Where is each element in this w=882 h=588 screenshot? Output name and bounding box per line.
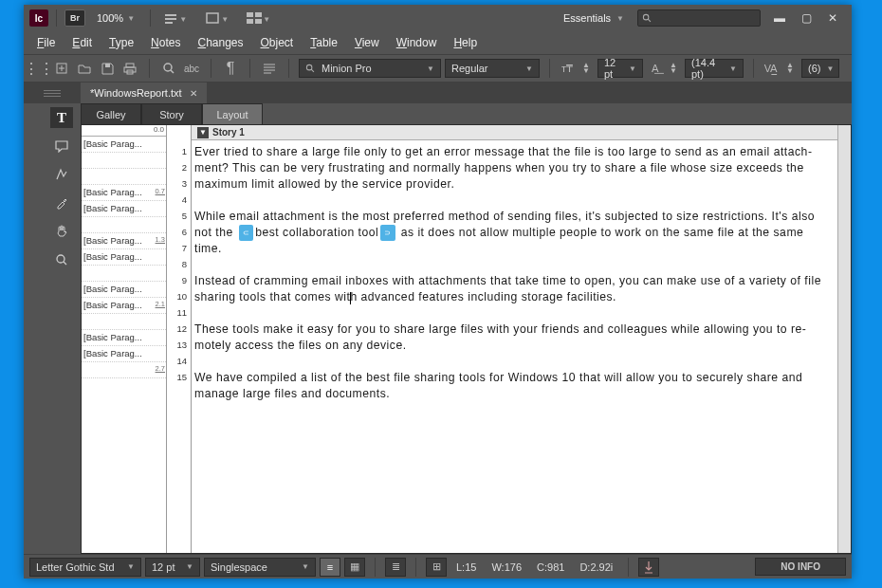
menu-window[interactable]: Window xyxy=(389,33,445,52)
story-dropdown-icon[interactable]: ▼ xyxy=(197,127,209,138)
menu-notes[interactable]: Notes xyxy=(143,33,188,52)
view-tabs: GalleyStoryLayout xyxy=(81,103,852,124)
galley-toggle[interactable]: ≡ xyxy=(320,558,340,577)
tracking-combo[interactable]: (6)▼ xyxy=(801,59,839,78)
eyedropper-tool[interactable] xyxy=(50,193,73,213)
svg-rect-5 xyxy=(255,12,262,17)
document-area: 0.0[Basic Parag...[Basic Parag...0.7[Bas… xyxy=(81,124,852,554)
story-line[interactable] xyxy=(194,354,832,370)
svg-line-24 xyxy=(311,69,314,72)
zoom-level[interactable]: 100% ▼ xyxy=(91,10,140,26)
story-line[interactable] xyxy=(194,257,832,273)
panel-collapse-grip[interactable] xyxy=(24,83,81,103)
minimize-button[interactable]: ▬ xyxy=(766,8,793,28)
style-gutter-row: [Basic Parag... xyxy=(82,346,166,362)
style-gutter-row xyxy=(82,314,166,330)
story-line[interactable]: These tools make it easy for you to shar… xyxy=(194,322,832,338)
new-icon[interactable] xyxy=(52,59,71,78)
menu-view[interactable]: View xyxy=(347,33,387,52)
copyfit-icon[interactable] xyxy=(638,558,659,577)
svg-point-25 xyxy=(57,255,64,263)
line-number: 9 xyxy=(167,275,191,291)
svg-rect-7 xyxy=(255,19,262,24)
story-line[interactable] xyxy=(194,305,832,322)
stepper-up-down[interactable]: ▲▼ xyxy=(666,61,681,76)
align-toggle[interactable]: ≣ xyxy=(385,558,406,577)
story-line[interactable]: maximum limit allowed by the service pro… xyxy=(194,176,832,193)
units-toggle[interactable]: ⊞ xyxy=(426,558,447,577)
spellcheck-icon[interactable]: abc xyxy=(182,59,201,78)
status-size-combo[interactable]: 12 pt▼ xyxy=(145,558,200,577)
story-line[interactable]: motely access the files on any device. xyxy=(194,338,832,354)
view-tab-layout[interactable]: Layout xyxy=(202,103,263,124)
svg-rect-3 xyxy=(207,13,218,23)
hand-tool[interactable] xyxy=(50,221,73,242)
line-number: 13 xyxy=(167,340,191,356)
menu-changes[interactable]: Changes xyxy=(190,33,250,52)
screen-mode-icon[interactable]: ▼ xyxy=(202,8,223,28)
svg-line-18 xyxy=(171,70,174,73)
stepper-up-down[interactable]: ▲▼ xyxy=(782,61,798,76)
zoom-tool[interactable] xyxy=(50,249,73,270)
story-header[interactable]: ▼ Story 1 xyxy=(192,125,837,140)
status-depth: D:2.92i xyxy=(574,561,618,573)
leading-combo[interactable]: (14.4 pt)▼ xyxy=(685,59,744,78)
workspace-switcher[interactable]: Essentials ▼ xyxy=(556,12,632,24)
close-tab-icon[interactable]: ✕ xyxy=(190,88,197,99)
document-tab[interactable]: *WindowsReport.txt ✕ xyxy=(81,83,207,103)
story-editor[interactable]: ▼ Story 1 Ever tried to share a large fi… xyxy=(192,125,837,553)
menu-help[interactable]: Help xyxy=(446,33,485,52)
menu-edit[interactable]: Edit xyxy=(64,33,100,52)
menu-type[interactable]: Type xyxy=(101,33,141,52)
find-icon[interactable] xyxy=(159,59,178,78)
save-icon[interactable] xyxy=(98,59,117,78)
type-tool[interactable]: T xyxy=(50,107,73,128)
svg-rect-14 xyxy=(126,64,134,67)
style-gutter-row: [Basic Parag...2.1 xyxy=(82,298,166,314)
vertical-scrollbar[interactable] xyxy=(837,125,851,553)
hyperlink-open-marker[interactable]: ⊂ xyxy=(239,225,254,241)
story-line[interactable]: manage large files and documents. xyxy=(194,386,832,402)
bridge-icon[interactable]: Br xyxy=(64,9,85,27)
close-button[interactable]: ✕ xyxy=(819,8,846,28)
menu-object[interactable]: Object xyxy=(253,33,302,52)
status-font-combo[interactable]: Letter Gothic Std▼ xyxy=(29,558,141,577)
open-icon[interactable] xyxy=(75,59,94,78)
story-line[interactable]: Instead of cramming email inboxes with a… xyxy=(194,273,832,289)
view-tab-story[interactable]: Story xyxy=(141,103,202,124)
menu-table[interactable]: Table xyxy=(303,33,345,52)
view-options-icon[interactable]: ▼ xyxy=(160,8,181,28)
justify-icon[interactable] xyxy=(260,59,279,78)
font-size-combo[interactable]: 12 pt▼ xyxy=(597,59,643,78)
font-style-combo[interactable]: Regular▼ xyxy=(445,59,540,78)
stepper-up-down[interactable]: ▲▼ xyxy=(579,61,594,76)
story-body[interactable]: Ever tried to share a large file only to… xyxy=(192,140,837,402)
help-search[interactable] xyxy=(637,9,761,27)
status-bar: Letter Gothic Std▼ 12 pt▼ Singlespace▼ ≡… xyxy=(24,554,852,579)
position-tool[interactable] xyxy=(50,164,73,185)
story-line[interactable]: Ever tried to share a large file only to… xyxy=(194,144,832,160)
story-line[interactable]: not the ⊂best collaboration tool⊃ as it … xyxy=(194,225,832,257)
font-family-combo[interactable]: Minion Pro▼ xyxy=(299,59,441,78)
hyperlink-close-marker[interactable]: ⊃ xyxy=(380,225,395,241)
menu-file[interactable]: File xyxy=(29,33,63,52)
arrange-icon[interactable]: ▼ xyxy=(244,8,265,28)
status-char: C:981 xyxy=(531,561,570,573)
print-icon[interactable] xyxy=(120,59,139,78)
story-line[interactable]: ment? This can be very frustrating and n… xyxy=(194,160,832,176)
note-tool[interactable] xyxy=(50,136,73,156)
search-icon xyxy=(642,13,652,24)
search-icon xyxy=(305,64,316,74)
style-gutter-row xyxy=(82,153,166,169)
story-line[interactable] xyxy=(194,193,832,209)
layout-toggle[interactable]: ▦ xyxy=(344,558,365,577)
maximize-button[interactable]: ▢ xyxy=(793,8,819,28)
paragraph-icon[interactable]: ¶ xyxy=(221,59,240,78)
view-tab-galley[interactable]: Galley xyxy=(81,103,141,124)
story-line[interactable]: We have compiled a list of the best file… xyxy=(194,370,832,386)
status-parastyle-combo[interactable]: Singlespace▼ xyxy=(204,558,316,577)
story-line[interactable]: While email attachment is the most prefe… xyxy=(194,209,832,225)
svg-rect-1 xyxy=(165,18,176,20)
kerning-icon: VA̲ xyxy=(763,61,779,76)
story-line[interactable]: sharing tools that comes with advanced f… xyxy=(194,289,832,305)
